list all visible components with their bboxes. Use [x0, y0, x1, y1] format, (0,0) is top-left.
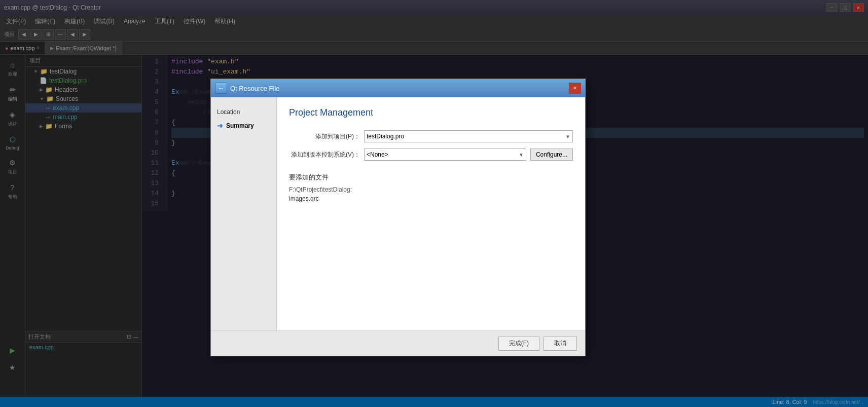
dialog-nav-location-label: Location [217, 108, 240, 116]
files-section-path: F:\QtProject\testDialog: [289, 186, 573, 193]
dialog-heading: Project Management [289, 107, 573, 118]
add-to-project-label: 添加到项目(P)： [289, 132, 360, 141]
add-to-vcs-value: <None> [367, 151, 388, 158]
add-to-project-select[interactable]: testDialog.pro ▼ [364, 130, 573, 142]
dialog-body: Location ➜ Summary Project Management 添加… [211, 97, 585, 330]
dialog-sidebar-nav: Location ➜ Summary [211, 97, 277, 330]
files-section-title: 要添加的文件 [289, 173, 573, 182]
dialog-overlay: ← Qt Resource File × Location ➜ Summary … [0, 0, 868, 407]
form-row-vcs: 添加到版本控制系统(V)： <None> ▼ Configure... [289, 149, 573, 161]
files-section-filename: images.qrc [289, 195, 573, 202]
dialog-content: Project Management 添加到项目(P)： testDialog.… [277, 97, 585, 330]
project-select-arrow-icon: ▼ [565, 134, 570, 139]
dialog-footer: 完成(F) 取消 [211, 330, 585, 356]
dialog-back-button[interactable]: ← [215, 83, 227, 94]
finish-button[interactable]: 完成(F) [498, 337, 539, 351]
dialog-nav-location[interactable]: Location [211, 105, 276, 119]
add-to-vcs-select[interactable]: <None> ▼ [364, 149, 526, 161]
vcs-select-arrow-icon: ▼ [519, 152, 524, 158]
dialog-title-text: Qt Resource File [230, 85, 280, 92]
dialog-nav-summary-label: Summary [226, 122, 254, 129]
add-to-project-value: testDialog.pro [367, 133, 404, 140]
form-row-project: 添加到项目(P)： testDialog.pro ▼ [289, 130, 573, 142]
cancel-button[interactable]: 取消 [544, 337, 577, 351]
configure-button[interactable]: Configure... [530, 149, 573, 161]
files-to-add-section: 要添加的文件 F:\QtProject\testDialog: images.q… [289, 173, 573, 202]
nav-arrow-icon: ➜ [217, 122, 223, 130]
dialog-nav-summary[interactable]: ➜ Summary [211, 119, 276, 133]
dialog: ← Qt Resource File × Location ➜ Summary … [210, 79, 586, 356]
dialog-close-button[interactable]: × [569, 83, 581, 94]
dialog-titlebar: ← Qt Resource File × [211, 79, 585, 97]
add-to-vcs-label: 添加到版本控制系统(V)： [289, 151, 360, 159]
